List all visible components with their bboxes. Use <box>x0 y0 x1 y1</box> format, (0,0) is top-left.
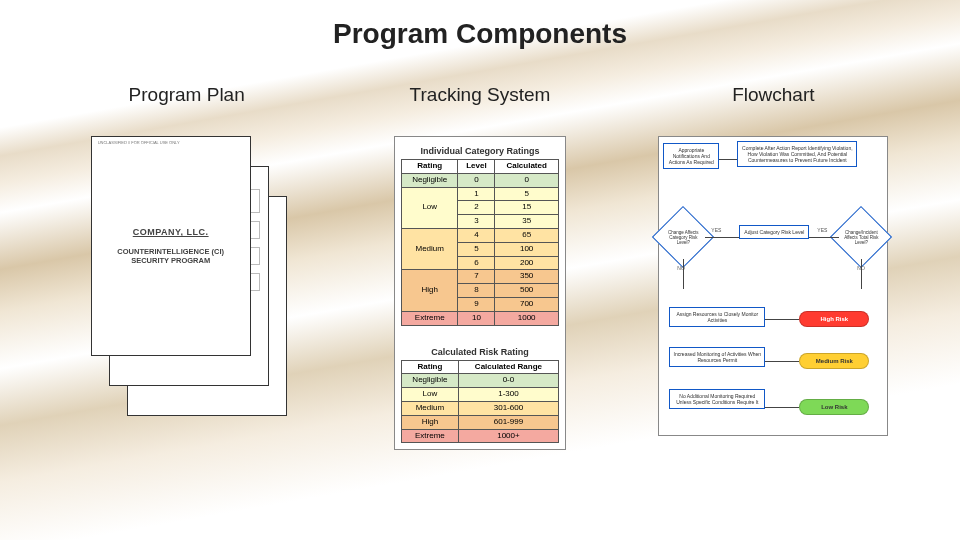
slide: Program Components Program Plan UNCLASSI… <box>0 0 960 540</box>
classification-front: UNCLASSIFIED // FOR OFFICIAL USE ONLY <box>98 140 180 145</box>
risk-pill-low: Low Risk <box>799 399 869 415</box>
flow-box-notify: Appropriate Notifications And Actions As… <box>663 143 719 169</box>
tracking-panel: Individual Category Ratings RatingLevelC… <box>394 136 566 450</box>
col-tracking-header: Tracking System <box>333 84 626 106</box>
doc-subtitle-1: COUNTERINTELLIGENCE (CI) <box>117 247 224 256</box>
risk-pill-med: Medium Risk <box>799 353 869 369</box>
col-plan: Program Plan UNCLASSIFIED // FOR OFFICIA… <box>40 84 333 450</box>
label-yes-1: YES <box>711 227 721 233</box>
document-stack: UNCLASSIFIED // FOR OFFICIAL USE ONLY Ad… <box>87 136 287 426</box>
flow-action-med: Increased Monitoring of Activities When … <box>669 347 765 367</box>
doc-subtitle-2: SECURITY PROGRAM <box>117 256 224 265</box>
flow-decision-1: Change Affects Category Risk Level? <box>661 215 705 259</box>
page-title: Program Components <box>0 0 960 50</box>
flow-box-report: Complete After Action Report Identifying… <box>737 141 857 167</box>
col-flowchart: Flowchart Appropriate Notifications And … <box>627 84 920 450</box>
col-plan-header: Program Plan <box>40 84 333 106</box>
flow-decision-2: Change/Incident Affects Total Risk Level… <box>839 215 883 259</box>
label-yes-2: YES <box>817 227 827 233</box>
table-header: RatingLevelCalculated <box>401 160 558 174</box>
risk-pill-high: High Risk <box>799 311 869 327</box>
tracking-title-2: Calculated Risk Rating <box>401 344 559 360</box>
flow-action-high: Assign Resources to Closely Monitor Acti… <box>669 307 765 327</box>
doc-company: COMPANY, LLC. <box>133 227 209 237</box>
flowchart-panel: Appropriate Notifications And Actions As… <box>658 136 888 436</box>
category-ratings-table: RatingLevelCalculated Negligible00 Low15… <box>401 159 559 326</box>
columns: Program Plan UNCLASSIFIED // FOR OFFICIA… <box>0 84 960 450</box>
flow-box-adjust: Adjust Category Risk Level <box>739 225 809 239</box>
tracking-title-1: Individual Category Ratings <box>401 143 559 159</box>
flow-action-low: No Additional Monitoring Required Unless… <box>669 389 765 409</box>
col-flowchart-header: Flowchart <box>627 84 920 106</box>
col-tracking: Tracking System Individual Category Rati… <box>333 84 626 450</box>
table-header: RatingCalculated Range <box>401 360 558 374</box>
doc-page-front: UNCLASSIFIED // FOR OFFICIAL USE ONLY CO… <box>91 136 251 356</box>
risk-rating-table: RatingCalculated Range Negligible0-0 Low… <box>401 360 559 444</box>
